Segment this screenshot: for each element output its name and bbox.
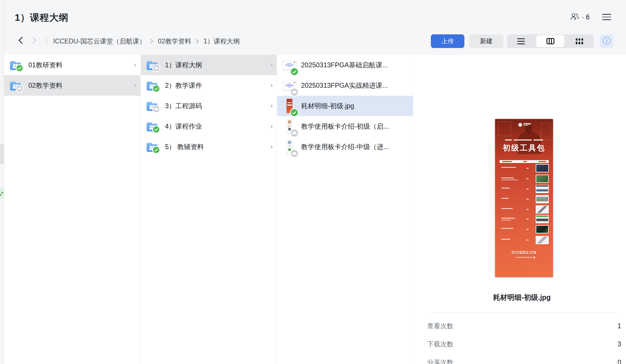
file-name: 教学使用板卡介绍-初级（启... — [301, 122, 410, 131]
folder-name: 5） 教辅资料 — [165, 142, 270, 151]
new-button[interactable]: 新建 — [469, 34, 503, 48]
breadcrumb-item[interactable]: 02教学资料 — [158, 37, 191, 46]
stat-row: 分享次数0 — [427, 356, 621, 364]
folder-row[interactable]: 2）教学课件 — [141, 75, 277, 96]
upload-button[interactable]: 上传 — [431, 34, 464, 48]
poster-product-row — [495, 205, 553, 214]
chevron-right-icon — [270, 104, 274, 108]
menu-icon[interactable] — [602, 14, 611, 20]
folder-row[interactable]: 01教研资料 — [4, 55, 140, 75]
grid-view-icon — [576, 38, 583, 44]
folder-row[interactable]: 3）工程源码 — [141, 96, 277, 116]
poster-footer: ICCEDU.CN — [495, 250, 553, 255]
header: 1）课程大纲 · 6 ICCEDU-国芯云课堂（启航课）02教学资料1 — [0, 0, 626, 55]
collapsed-panel-rail — [0, 0, 4, 364]
synced-badge-icon — [153, 85, 159, 92]
shared-folder-icon — [146, 121, 158, 131]
folder-row[interactable]: 4）课程作业 — [141, 116, 277, 137]
rail-section — [0, 144, 4, 164]
file-thumbnail — [282, 97, 297, 114]
poster-title: 初级工具包 — [495, 143, 553, 153]
stat-value: 0 — [617, 359, 621, 364]
breadcrumb-item[interactable]: 1）课程大纲 — [203, 37, 240, 46]
folder-name: 3）工程源码 — [165, 101, 270, 110]
synced-badge-icon — [153, 147, 159, 153]
file-thumbnail — [282, 57, 297, 74]
poster-product-row — [495, 215, 553, 224]
folder-name: 2）教学课件 — [165, 81, 270, 90]
chevron-right-icon — [270, 63, 274, 67]
file-thumbnail — [282, 138, 297, 155]
breadcrumb-separator-icon — [196, 39, 199, 44]
folder-name: 01教研资料 — [28, 60, 134, 70]
file-name: 20250313FPGA实战精进课... — [301, 81, 410, 90]
file-row[interactable]: 教学使用板卡介绍-初级（启... — [277, 116, 413, 137]
preview-panel: 初级工具包 ICCEDU.CN 耗材明细-初级.jpg 查看次数1下载次数3分享… — [418, 110, 626, 364]
shared-folder-icon — [146, 101, 158, 111]
column-folders-level1: 01教研资料02教学资料 — [4, 55, 141, 364]
column-files: 20250313FPGA基础启航课...20250313FPGA实战精进课...… — [277, 55, 413, 364]
cloud-badge-icon — [291, 89, 298, 96]
file-name: 教学使用板卡介绍-中级（进... — [301, 142, 410, 151]
stat-row: 查看次数1 — [427, 320, 621, 332]
file-row[interactable]: 教学使用板卡介绍-中级（进... — [277, 137, 413, 157]
chevron-right-icon — [270, 83, 274, 88]
breadcrumb-separator-icon — [150, 39, 153, 44]
folder-name: 02教学资料 — [28, 81, 134, 90]
poster-logo-icon — [518, 123, 522, 127]
poster-product-row — [495, 195, 553, 204]
file-thumbnail — [282, 77, 297, 94]
shared-folder-icon — [146, 142, 158, 152]
file-row[interactable]: 20250313FPGA实战精进课... — [277, 75, 413, 96]
stat-row: 下载次数3 — [427, 338, 621, 350]
image-preview[interactable]: 初级工具包 ICCEDU.CN — [495, 119, 553, 277]
view-list-button[interactable] — [507, 34, 535, 48]
stat-value: 1 — [617, 322, 621, 330]
chevron-right-icon — [270, 124, 274, 129]
expand-panel-tab[interactable] — [0, 189, 4, 199]
cloud-badge-icon — [153, 65, 159, 71]
shared-folder-icon — [9, 80, 21, 91]
list-view-icon — [517, 38, 525, 44]
synced-badge-icon — [153, 126, 159, 133]
folder-name: 4）课程作业 — [165, 122, 270, 131]
view-columns-button[interactable] — [536, 35, 565, 47]
divider — [427, 312, 621, 313]
synced-badge-icon — [291, 109, 298, 116]
file-name: 20250313FPGA基础启航课... — [301, 60, 410, 70]
folder-row[interactable]: 1）课程大纲 — [141, 55, 277, 75]
shared-folder-icon — [146, 80, 158, 91]
info-icon — [602, 36, 611, 46]
view-grid-button[interactable] — [565, 34, 594, 48]
file-name: 耗材明细-初级.jpg — [301, 101, 410, 110]
poster-product-row — [495, 175, 553, 184]
stats-list: 查看次数1下载次数3分享次数0评论次数0 — [427, 320, 621, 364]
poster-product-row — [495, 164, 553, 173]
cloud-badge-icon — [16, 85, 23, 92]
info-button[interactable] — [600, 34, 614, 48]
synced-badge-icon — [16, 65, 23, 71]
back-button[interactable] — [18, 37, 23, 45]
stat-label: 查看次数 — [427, 322, 453, 330]
poster-product-row — [495, 225, 553, 234]
view-switcher — [507, 34, 594, 48]
file-manager-window: 1）课程大纲 · 6 ICCEDU-国芯云课堂（启航课）02教学资料1 — [0, 0, 626, 364]
chevron-right-icon — [134, 63, 137, 67]
file-thumbnail — [282, 118, 297, 135]
poster-product-row — [495, 185, 553, 194]
divider — [46, 37, 47, 45]
member-count: · 6 — [582, 13, 590, 21]
forward-button[interactable] — [32, 37, 36, 45]
cloud-badge-icon — [291, 150, 298, 157]
columns-view-icon — [546, 38, 554, 44]
folder-row[interactable]: 02教学资料 — [4, 75, 140, 96]
preview-filename: 耗材明细-初级.jpg — [418, 293, 626, 302]
folder-row[interactable]: 5） 教辅资料 — [141, 137, 277, 157]
breadcrumb: ICCEDU-国芯云课堂（启航课）02教学资料1）课程大纲 — [53, 37, 240, 45]
file-row[interactable]: 20250313FPGA基础启航课... — [277, 55, 413, 75]
members-button[interactable]: · 6 — [570, 12, 590, 22]
breadcrumb-item[interactable]: ICCEDU-国芯云课堂（启航课） — [53, 37, 146, 46]
shared-folder-icon — [9, 60, 21, 70]
page-title: 1）课程大纲 — [15, 11, 68, 24]
file-row[interactable]: 耗材明细-初级.jpg — [277, 96, 413, 116]
